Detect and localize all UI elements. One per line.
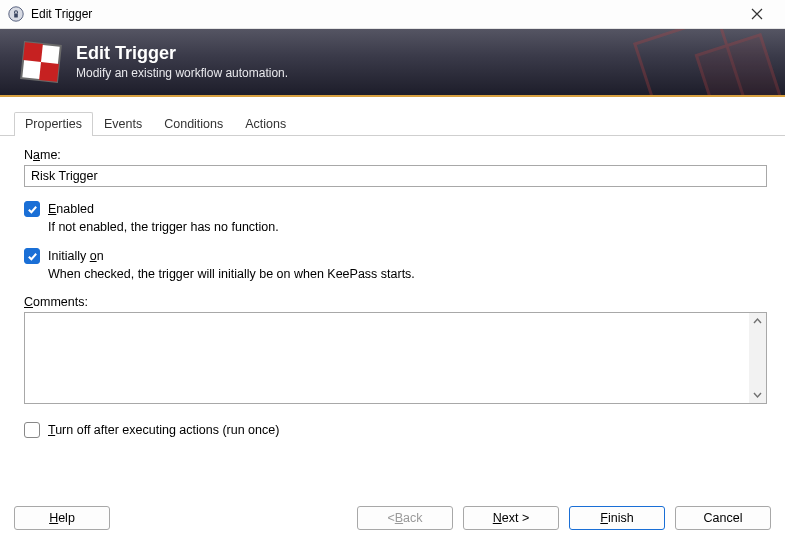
initially-on-checkbox[interactable] xyxy=(24,248,40,264)
next-button[interactable]: Next > xyxy=(463,506,559,530)
help-button[interactable]: Help xyxy=(14,506,110,530)
svg-rect-1 xyxy=(14,13,18,17)
tab-actions[interactable]: Actions xyxy=(234,112,297,136)
run-once-checkbox[interactable] xyxy=(24,422,40,438)
header-icon xyxy=(20,41,62,83)
window-title: Edit Trigger xyxy=(31,7,92,21)
comments-label: Comments: xyxy=(24,295,767,309)
enabled-label: Enabled xyxy=(48,202,94,216)
header-subtitle: Modify an existing workflow automation. xyxy=(76,66,288,80)
run-once-label: Turn off after executing actions (run on… xyxy=(48,423,279,437)
scroll-up-icon[interactable] xyxy=(749,313,766,330)
name-input[interactable] xyxy=(24,165,767,187)
initially-on-help: When checked, the trigger will initially… xyxy=(48,267,767,281)
window-close-button[interactable] xyxy=(735,0,779,28)
tab-strip: Properties Events Conditions Actions xyxy=(0,111,785,136)
enabled-checkbox[interactable] xyxy=(24,201,40,217)
comments-textarea[interactable] xyxy=(24,312,767,404)
tab-events[interactable]: Events xyxy=(93,112,153,136)
finish-button[interactable]: Finish xyxy=(569,506,665,530)
scroll-down-icon[interactable] xyxy=(749,386,766,403)
cancel-button[interactable]: Cancel xyxy=(675,506,771,530)
name-label: Name: xyxy=(24,148,767,162)
title-bar: Edit Trigger xyxy=(0,0,785,29)
comments-scrollbar[interactable] xyxy=(749,313,766,403)
app-icon xyxy=(8,6,24,22)
properties-panel: Name: Enabled If not enabled, the trigge… xyxy=(0,136,785,448)
tab-conditions[interactable]: Conditions xyxy=(153,112,234,136)
header-decoration xyxy=(595,29,785,97)
back-button: < Back xyxy=(357,506,453,530)
svg-rect-3 xyxy=(23,42,43,62)
header-title: Edit Trigger xyxy=(76,44,288,64)
dialog-footer: Help < Back Next > Finish Cancel xyxy=(0,496,785,542)
enabled-help: If not enabled, the trigger has no funct… xyxy=(48,220,767,234)
dialog-header: Edit Trigger Modify an existing workflow… xyxy=(0,29,785,97)
tab-properties[interactable]: Properties xyxy=(14,112,93,136)
svg-rect-4 xyxy=(39,62,59,82)
initially-on-label: Initially on xyxy=(48,249,104,263)
